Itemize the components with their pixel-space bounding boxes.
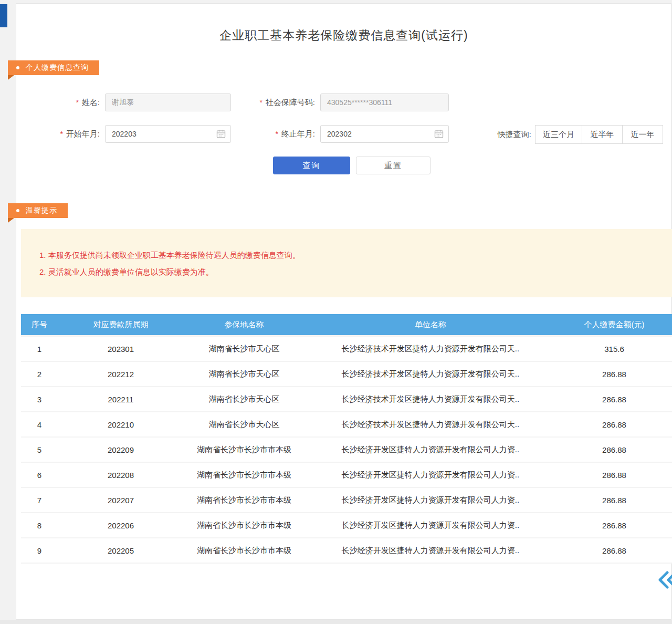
quick-range-group: 近三个月近半年近一年 — [536, 125, 663, 144]
table-cell: 286.88 — [556, 471, 672, 480]
table-cell: 9 — [21, 546, 58, 555]
table-cell: 湖南省长沙市天心区 — [184, 420, 304, 430]
table-cell: 286.88 — [556, 420, 672, 429]
table-cell: 286.88 — [556, 445, 672, 454]
ribbon-fold — [8, 218, 14, 223]
table-cell: 湖南省长沙市长沙市市本级 — [184, 546, 304, 556]
table-row: 9202205湖南省长沙市长沙市市本级长沙经济开发区捷特人力资源开发有限公司人力… — [21, 538, 672, 564]
calendar-icon[interactable] — [434, 129, 444, 139]
start-month-label: *开始年月: — [32, 125, 100, 143]
table-row: 6202208湖南省长沙市长沙市市本级长沙经济开发区捷特人力资源开发有限公司人力… — [21, 463, 672, 488]
table-cell: 2 — [21, 370, 58, 379]
page-title: 企业职工基本养老保险缴费信息查询(试运行) — [16, 27, 672, 44]
table-row: 3202211湖南省长沙市天心区长沙经济技术开发区捷特人力资源开发有限公司天..… — [21, 387, 672, 412]
table-cell: 长沙经济开发区捷特人力资源开发有限公司人力资.. — [304, 546, 556, 556]
table-cell: 湖南省长沙市长沙市市本级 — [184, 495, 304, 505]
table-cell: 202210 — [58, 420, 184, 429]
bullet-icon — [16, 66, 19, 69]
table-row: 8202206湖南省长沙市长沙市市本级长沙经济开发区捷特人力资源开发有限公司人力… — [21, 513, 672, 538]
table-cell: 5 — [21, 445, 58, 454]
table-cell: 湖南省长沙市长沙市市本级 — [184, 445, 304, 455]
bottom-strip — [0, 620, 672, 624]
section-badge-query: 个人缴费信息查询 — [8, 60, 99, 75]
table-cell: 长沙经济开发区捷特人力资源开发有限公司人力资.. — [304, 521, 556, 531]
table-cell: 7 — [21, 496, 58, 505]
table-cell: 长沙经济开发区捷特人力资源开发有限公司人力资.. — [304, 495, 556, 505]
section-badge-tips: 温馨提示 — [8, 203, 68, 218]
table-cell: 286.88 — [556, 521, 672, 530]
end-month-label: *终止年月: — [226, 125, 315, 143]
table-cell: 202206 — [58, 521, 184, 530]
end-month-input[interactable] — [320, 125, 449, 143]
table-cell: 长沙经济技术开发区捷特人力资源开发有限公司天.. — [304, 394, 556, 404]
required-asterisk: * — [76, 98, 78, 107]
header-cell: 参保地名称 — [184, 320, 304, 330]
sidebar-corner-tab — [0, 4, 7, 27]
table-row: 5202209湖南省长沙市长沙市市本级长沙经济开发区捷特人力资源开发有限公司人力… — [21, 438, 672, 463]
table-cell: 286.88 — [556, 370, 672, 379]
ssn-label: *社会保障号码: — [226, 93, 315, 111]
table-cell: 202207 — [58, 496, 184, 505]
payment-table: 序号对应费款所属期参保地名称单位名称个人缴费金额(元) 1202301湖南省长沙… — [21, 314, 672, 564]
table-cell: 长沙经济技术开发区捷特人力资源开发有限公司天.. — [304, 369, 556, 379]
table-cell: 202212 — [58, 370, 184, 379]
section-badge-tips-label: 温馨提示 — [26, 206, 57, 215]
name-label: *姓名: — [32, 93, 100, 111]
table-cell: 286.88 — [556, 395, 672, 404]
required-asterisk: * — [259, 98, 262, 107]
quick-range-button-2[interactable]: 近一年 — [622, 125, 663, 144]
table-cell: 202208 — [58, 471, 184, 480]
table-cell: 286.88 — [556, 496, 672, 505]
start-month-input[interactable] — [105, 125, 231, 143]
bullet-icon — [16, 209, 19, 212]
table-row: 2202212湖南省长沙市天心区长沙经济技术开发区捷特人力资源开发有限公司天..… — [21, 362, 672, 387]
query-button[interactable]: 查询 — [273, 157, 350, 174]
table-cell: 长沙经济技术开发区捷特人力资源开发有限公司天.. — [304, 420, 556, 430]
notice-line: 2. 灵活就业人员的缴费单位信息以实际缴费为准。 — [39, 266, 672, 279]
table-cell: 202301 — [58, 345, 184, 353]
table-row: 1202301湖南省长沙市天心区长沙经济技术开发区捷特人力资源开发有限公司天..… — [21, 337, 672, 362]
table-cell: 长沙经济开发区捷特人力资源开发有限公司人力资.. — [304, 445, 556, 455]
notice-box: 1. 本服务仅提供尚未领取企业职工基本养老保险待遇人员的缴费信息查询。 2. 灵… — [21, 229, 672, 297]
table-cell: 长沙经济开发区捷特人力资源开发有限公司人力资.. — [304, 470, 556, 480]
quick-range-button-0[interactable]: 近三个月 — [535, 125, 582, 144]
table-row: 4202210湖南省长沙市天心区长沙经济技术开发区捷特人力资源开发有限公司天..… — [21, 412, 672, 438]
header-cell: 对应费款所属期 — [58, 320, 184, 330]
required-asterisk: * — [275, 130, 278, 138]
ribbon-fold — [8, 75, 14, 80]
table-cell: 湖南省长沙市天心区 — [184, 394, 304, 404]
table-cell: 湖南省长沙市长沙市市本级 — [184, 521, 304, 531]
table-cell: 3 — [21, 395, 58, 404]
notice-line: 1. 本服务仅提供尚未领取企业职工基本养老保险待遇人员的缴费信息查询。 — [39, 249, 672, 262]
required-asterisk: * — [60, 130, 62, 138]
reset-button[interactable]: 重置 — [356, 157, 430, 174]
table-cell: 湖南省长沙市天心区 — [184, 369, 304, 379]
header-cell: 序号 — [21, 320, 58, 330]
ssn-input — [320, 93, 449, 111]
quick-query-label: 快捷查询: — [487, 126, 531, 143]
table-header: 序号对应费款所属期参保地名称单位名称个人缴费金额(元) — [21, 314, 672, 335]
table-body: 1202301湖南省长沙市天心区长沙经济技术开发区捷特人力资源开发有限公司天..… — [21, 335, 672, 564]
table-cell: 湖南省长沙市长沙市市本级 — [184, 470, 304, 480]
table-row: 7202207湖南省长沙市长沙市市本级长沙经济开发区捷特人力资源开发有限公司人力… — [21, 488, 672, 513]
table-cell: 长沙经济技术开发区捷特人力资源开发有限公司天.. — [304, 344, 556, 354]
quick-range-button-1[interactable]: 近半年 — [582, 125, 623, 144]
table-cell: 湖南省长沙市天心区 — [184, 344, 304, 354]
section-badge-query-label: 个人缴费信息查询 — [26, 63, 89, 72]
table-cell: 4 — [21, 420, 58, 429]
table-cell: 1 — [21, 345, 58, 353]
table-cell: 202211 — [58, 395, 184, 404]
double-chevron-left-icon[interactable] — [658, 569, 672, 590]
name-input — [105, 93, 231, 111]
table-cell: 8 — [21, 521, 58, 530]
calendar-icon[interactable] — [216, 129, 226, 139]
header-cell: 单位名称 — [304, 320, 556, 330]
table-cell: 202205 — [58, 546, 184, 555]
header-cell: 个人缴费金额(元) — [556, 320, 672, 330]
table-cell: 315.6 — [556, 345, 672, 353]
table-cell: 202209 — [58, 445, 184, 454]
table-cell: 286.88 — [556, 546, 672, 555]
table-cell: 6 — [21, 471, 58, 480]
